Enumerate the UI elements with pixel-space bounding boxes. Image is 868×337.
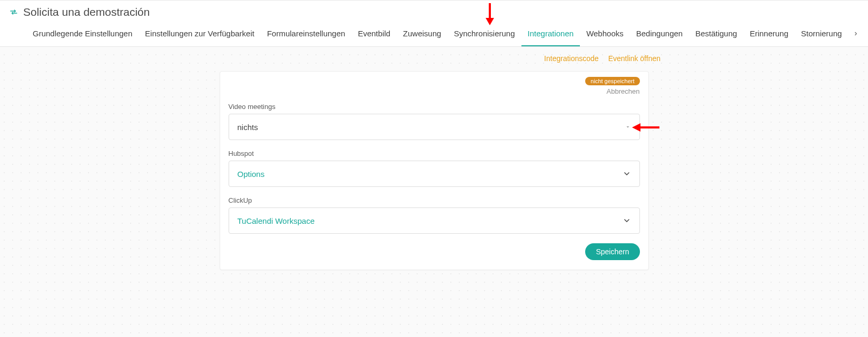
clickup-group: ClickUp TuCalendi Workspace — [229, 196, 640, 234]
tab-11[interactable]: Stornierung — [795, 21, 842, 46]
tab-2[interactable]: Formulareinstellungen — [261, 21, 351, 46]
tabs-row: Grundlegende EinstellungenEinstellungen … — [0, 21, 868, 46]
tabs-scroll-right[interactable] — [848, 21, 864, 46]
clickup-select[interactable]: TuCalendi Workspace — [229, 207, 640, 234]
integration-code-link[interactable]: Integrationscode — [544, 54, 599, 63]
tab-5[interactable]: Synchronisierung — [448, 21, 521, 46]
unsaved-badge: nicht gespeichert — [585, 77, 639, 85]
hubspot-select[interactable]: Options — [229, 161, 640, 187]
save-button[interactable]: Speichern — [585, 243, 639, 260]
swap-icon — [9, 8, 18, 16]
hubspot-value: Options — [238, 170, 265, 179]
video-meetings-group: Video meetings nichts — [229, 103, 640, 140]
page-title: Solicita una demostración — [23, 6, 150, 18]
tab-7[interactable]: Webhooks — [580, 21, 630, 46]
clickup-label: ClickUp — [229, 196, 640, 204]
tab-4[interactable]: Zuweisung — [397, 21, 448, 46]
video-meetings-label: Video meetings — [229, 103, 640, 111]
video-meetings-select[interactable]: nichts — [229, 114, 640, 140]
cancel-link[interactable]: Abbrechen — [607, 87, 640, 95]
page-header: Solicita una demostración — [0, 1, 868, 21]
chevron-down-icon — [623, 216, 631, 225]
tab-8[interactable]: Bedingungen — [630, 21, 689, 46]
sub-links: Integrationscode Eventlink öffnen — [0, 47, 868, 66]
tab-3[interactable]: Eventbild — [351, 21, 397, 46]
clickup-value: TuCalendi Workspace — [238, 216, 315, 225]
video-meetings-value: nichts — [238, 123, 258, 132]
open-event-link[interactable]: Eventlink öffnen — [608, 54, 660, 63]
hubspot-label: Hubspot — [229, 150, 640, 157]
integrations-card: nicht gespeichert Abbrechen Video meetin… — [220, 71, 649, 270]
tab-10[interactable]: Erinnerung — [743, 21, 794, 46]
caret-down-icon — [625, 124, 631, 130]
chevron-down-icon — [623, 170, 631, 178]
tab-0[interactable]: Grundlegende Einstellungen — [26, 21, 139, 46]
tab-9[interactable]: Bestätigung — [689, 21, 743, 46]
tab-1[interactable]: Einstellungen zur Verfügbarkeit — [139, 21, 261, 46]
hubspot-group: Hubspot Options — [229, 150, 640, 187]
tab-6[interactable]: Integrationen — [521, 21, 580, 46]
